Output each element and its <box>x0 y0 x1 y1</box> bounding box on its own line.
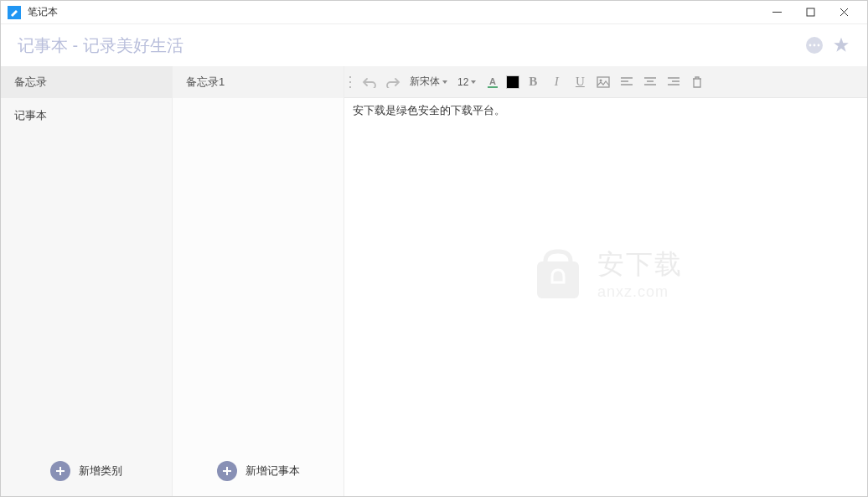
main-area: 备忘录 记事本 新增类别 备忘录1 新增记事本 <box>1 66 867 496</box>
svg-point-6 <box>814 44 816 47</box>
underline-button[interactable]: U <box>570 72 590 92</box>
svg-rect-1 <box>807 8 814 16</box>
watermark-bag-icon <box>529 245 587 303</box>
svg-rect-25 <box>537 261 579 298</box>
italic-button[interactable]: I <box>546 72 566 92</box>
font-family-select[interactable]: 新宋体 <box>406 75 451 89</box>
align-center-button[interactable] <box>640 72 660 92</box>
add-category-button[interactable]: 新增类别 <box>1 446 172 496</box>
app-header: 记事本 - 记录美好生活 <box>1 24 867 66</box>
add-category-label: 新增类别 <box>79 463 122 479</box>
font-family-value: 新宋体 <box>410 75 440 89</box>
chevron-down-icon <box>471 80 476 84</box>
window-controls <box>760 1 860 24</box>
svg-point-15 <box>600 79 602 81</box>
undo-button[interactable] <box>359 72 380 92</box>
bold-button[interactable]: B <box>523 72 543 92</box>
close-button[interactable] <box>827 1 860 24</box>
font-size-select[interactable]: 12 <box>454 76 479 88</box>
star-icon[interactable] <box>832 36 850 54</box>
chevron-down-icon <box>442 80 447 84</box>
category-sidebar: 备忘录 记事本 新增类别 <box>1 66 173 496</box>
more-icon[interactable] <box>805 36 824 54</box>
add-note-button[interactable]: 新增记事本 <box>173 446 344 496</box>
align-right-button[interactable] <box>664 72 684 92</box>
editor-text: 安下载是绿色安全的下载平台。 <box>353 103 859 118</box>
plus-icon <box>217 461 237 481</box>
window-title: 笔记本 <box>28 5 58 19</box>
editor-toolbar: 新宋体 12 A B I U <box>344 66 867 98</box>
svg-point-7 <box>818 44 820 47</box>
note-sidebar: 备忘录1 新增记事本 <box>173 66 344 496</box>
svg-rect-14 <box>597 77 609 87</box>
category-list: 记事本 <box>1 98 172 446</box>
delete-button[interactable] <box>687 72 707 92</box>
watermark-main: 安下载 <box>597 246 683 283</box>
note-list-header: 备忘录1 <box>173 66 344 98</box>
maximize-button[interactable] <box>793 1 827 24</box>
svg-rect-13 <box>488 86 498 88</box>
app-icon <box>8 6 21 19</box>
color-swatch-black[interactable] <box>506 75 519 89</box>
minimize-button[interactable] <box>760 1 793 24</box>
app-title: 记事本 - 记录美好生活 <box>18 34 183 57</box>
font-color-button[interactable]: A <box>483 72 503 92</box>
titlebar: 笔记本 <box>1 1 867 24</box>
header-actions <box>805 36 850 54</box>
add-note-label: 新增记事本 <box>245 463 300 479</box>
font-size-value: 12 <box>457 76 468 88</box>
redo-button[interactable] <box>383 72 403 92</box>
svg-point-5 <box>809 44 812 47</box>
category-item[interactable]: 记事本 <box>1 98 172 133</box>
editor-content[interactable]: 安下载是绿色安全的下载平台。 安下载 anxz.com <box>344 98 867 496</box>
svg-text:A: A <box>489 76 496 86</box>
image-button[interactable] <box>593 72 613 92</box>
toolbar-grip-icon <box>349 75 354 90</box>
watermark: 安下载 anxz.com <box>529 245 683 303</box>
plus-icon <box>50 461 70 481</box>
note-list <box>173 98 344 446</box>
category-header: 备忘录 <box>1 66 172 98</box>
align-left-button[interactable] <box>617 72 637 92</box>
editor-panel: 新宋体 12 A B I U <box>344 66 867 496</box>
watermark-sub: anxz.com <box>597 283 683 301</box>
